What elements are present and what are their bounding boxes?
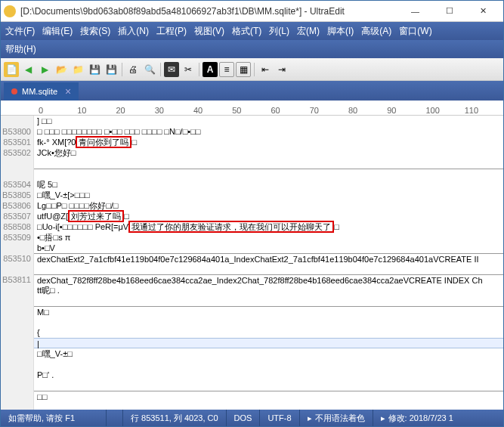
text-line: □嘿_V-±□ [34,348,503,359]
gutter-line: 853509 [1,232,31,243]
tab-bar: MM.sqlite × [1,81,503,101]
text-line: ] □□ [34,116,503,126]
text-line: b•□V [34,243,503,253]
ruler-mark: 50 [232,106,271,115]
indent-icon[interactable]: ⇥ [274,62,289,77]
table-icon[interactable]: ▦ [236,62,251,77]
menu-edit[interactable]: 编辑(E) [42,25,73,38]
print-icon[interactable]: 🖨 [125,62,141,77]
gutter-line: 853507 [1,211,31,221]
save-icon[interactable]: 💾 [87,62,102,77]
menu-format[interactable]: 格式(T) [232,25,261,38]
text-line: P□' . [34,370,503,380]
menu-insert[interactable]: 插入(N) [118,25,149,38]
text-line [34,264,503,274]
text-line [34,380,503,391]
text-line: □ □□□ □□□□□□□□ □•□□ □□□ □□□□ □N□/□•□□ [34,126,503,137]
text-line: { [34,327,503,338]
gutter-line: 853501 [1,137,31,147]
status-mod-label: 修改: 2018/7/23 1 [388,413,453,424]
highlight-box: 青问你到了吗 [76,136,131,148]
ruler: 0 10 20 30 40 50 60 70 80 90 100 110 [1,101,503,116]
email-icon[interactable]: ✉ [164,62,179,77]
gutter-line [1,169,31,179]
menu-help[interactable]: 帮助(H) [5,43,36,56]
menubar-row2: 帮助(H) [1,40,503,58]
text-line: dexChat_782f8ff28be4b168eed6cae384cca2ae… [34,274,503,285]
nav-right-icon[interactable]: ▶ [37,62,52,77]
text-content[interactable]: ] □□ □ □□□ □□□□□□□□ □•□□ □□□ □□□□ □N□/□•… [34,116,503,410]
menu-macro[interactable]: 宏(M) [297,25,320,38]
text-line [34,317,503,327]
line-gutter: B53800 853501 853502 853504 B53805 B5380… [1,116,34,410]
status-syntax-label: 不用语法着色 [315,413,365,424]
nav-left-icon[interactable]: ◀ [20,62,36,77]
minimize-button[interactable]: — [398,1,432,22]
text-line: utfU@Z[刘芳过来了吗□ [34,211,503,221]
status-spacer [107,410,123,426]
ruler-mark: 30 [155,106,193,115]
menu-column[interactable]: 列(L) [269,25,289,38]
menu-script[interactable]: 脚本(I) [327,25,354,38]
text-icon[interactable]: A [203,62,218,77]
status-eol[interactable]: DOS [227,410,261,426]
tab-close-icon[interactable]: × [65,85,71,97]
gutter-line: B53800 [1,126,31,137]
menu-file[interactable]: 文件(F) [5,25,35,38]
close-button[interactable]: ✕ [466,1,500,22]
gutter-line: 853510 [1,253,31,264]
gutter-line: 853502 [1,147,31,158]
separator [160,63,161,76]
tab-mmsqlite[interactable]: MM.sqlite × [4,82,79,101]
separator [199,63,199,76]
folder-icon[interactable]: 📁 [70,62,85,77]
menu-view[interactable]: 视图(V) [194,25,224,38]
window-controls: — ☐ ✕ [398,1,500,22]
gutter-line [1,264,31,274]
ruler-mark: 90 [387,106,425,115]
ruler-mark: 20 [116,106,155,115]
text-line [34,158,503,169]
menu-advanced[interactable]: 高级(A) [361,25,391,38]
gutter-line [1,158,31,169]
gutter-line: B53805 [1,190,31,200]
ruler-mark: 80 [348,106,387,115]
status-encoding[interactable]: UTF-8 [260,410,299,426]
status-syntax[interactable]: ▸不用语法着色 [300,410,373,426]
ruler-mark: 100 [426,106,465,115]
text-line: Lg□□P□ □□□□你好□/□ [34,200,503,211]
toolbar: 📄 ◀ ▶ 📂 📁 💾 💾 🖨 🔍 ✉ ✂ A ≡ ▦ ⇤ ⇥ [1,58,503,81]
gutter-line [1,243,31,253]
menu-window[interactable]: 窗口(W) [399,25,431,38]
separator [122,63,122,76]
text-span: □ [124,212,129,221]
cursor-line: | [34,338,503,348]
gutter-line: 858508 [1,221,31,232]
ruler-mark: 40 [193,106,232,115]
open-folder-icon[interactable]: 📂 [54,62,69,77]
save-all-icon[interactable]: 💾 [104,62,119,77]
text-line: •□捂□s π [34,232,503,243]
gutter-line [1,116,31,126]
text-span: fk-° XM[?0 [37,138,76,147]
text-line: 呢 5□ [34,179,503,190]
editor: B53800 853501 853502 853504 B53805 B5380… [1,116,503,410]
menubar-row1: 文件(F) 编辑(E) 搜索(S) 插入(N) 工程(P) 视图(V) 格式(T… [1,22,503,40]
menu-search[interactable]: 搜索(S) [80,25,110,38]
cut-icon[interactable]: ✂ [181,62,196,77]
app-icon [4,5,16,17]
gutter-line: 853504 [1,179,31,190]
window-title: [D:\Documents\9bd063ab08f89abd5a48106692… [20,6,398,17]
gutter-line: B53811 [1,274,31,285]
list-icon[interactable]: ≡ [219,62,234,77]
gutter-line: B53806 [1,200,31,211]
modified-dot-icon [11,88,17,94]
preview-icon[interactable]: 🔍 [142,62,157,77]
maximize-button[interactable]: ☐ [432,1,466,22]
outdent-icon[interactable]: ⇤ [258,62,273,77]
new-icon[interactable]: 📄 [4,62,19,77]
menu-project[interactable]: 工程(P) [156,25,187,38]
text-line: M□ [34,306,503,317]
ruler-mark: 70 [310,106,348,115]
ruler-mark: 0 [39,106,77,115]
